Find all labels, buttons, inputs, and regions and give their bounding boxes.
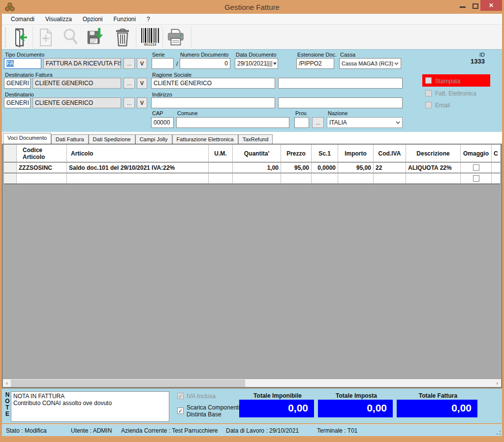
cap-input[interactable]: 00000 [151,117,174,128]
empty-cell[interactable] [374,173,406,184]
maximize-button[interactable] [472,3,478,9]
empty-cell[interactable] [312,173,338,184]
scroll-right-arrow[interactable]: › [493,379,501,387]
cell-sc1[interactable]: 0,0000 [312,162,338,173]
nazione-select[interactable]: ITALIA [327,117,403,128]
destinatario-fattura-browse-button[interactable]: ... [124,78,135,89]
col-header-prezzo[interactable]: Prezzo [281,145,312,162]
omaggio-checkbox[interactable] [473,175,479,182]
col-header-descrizione[interactable]: Descrizione [406,145,461,162]
iva-inclusa-label: IVA Inclusa [187,393,216,400]
search-button[interactable] [60,27,81,48]
prov-input[interactable] [294,117,309,128]
status-data-lavoro: Data di Lavoro : 29/10/2021 [226,427,299,434]
empty-cell[interactable] [17,173,67,184]
row-selector[interactable] [4,173,17,184]
indirizzo-2-input[interactable] [278,97,403,108]
menu-funzioni[interactable]: Funzioni [114,16,136,23]
totale-imponibile-label: Totale Imponibile [239,392,316,399]
cell-um[interactable] [209,162,233,173]
cell-codice[interactable]: ZZZSOSINC [17,162,67,173]
destinatario-fattura-v-button[interactable]: V [137,78,147,89]
col-header-omaggio[interactable]: Omaggio [461,145,492,162]
empty-cell[interactable] [338,173,374,184]
tab-dati-spedizione[interactable]: Dati Spedizione [89,134,135,144]
cell-descrizione[interactable]: ALIQUOTA 22% [406,162,461,173]
cell-quantita[interactable]: 1,00 [233,162,281,173]
row-selector[interactable] [4,162,17,173]
horizontal-scrollbar[interactable]: ‹ › [3,379,501,387]
resize-grip[interactable] [496,430,501,435]
destinatario-code-input[interactable]: GENERI [4,97,31,108]
cell-codiva[interactable]: 22 [374,162,406,173]
indirizzo-input[interactable] [151,97,275,108]
col-header-sc1[interactable]: Sc.1 [312,145,338,162]
empty-cell[interactable] [233,173,281,184]
menu-comandi[interactable]: Comandi [11,16,34,23]
tab-voci-documento[interactable]: Voci Documento [3,133,51,144]
serie-input[interactable] [152,58,174,69]
col-header-quantita[interactable]: Quantita' [233,145,281,162]
iva-inclusa-checkbox[interactable]: ✓ [177,393,184,399]
tipo-documento-v-button[interactable]: V [137,58,147,69]
menu-opzioni[interactable]: Opzioni [83,16,103,23]
barcode-button[interactable]: 001234 [139,27,161,48]
data-documento-input[interactable]: 29/10/2021 [235,58,278,69]
ragione-sociale-2-input[interactable] [278,78,403,89]
col-header-codiva[interactable]: Cod.IVA [374,145,406,162]
delete-button[interactable] [112,27,133,48]
col-header-importo[interactable]: Importo [338,145,374,162]
status-bar: Stato : Modifica Utente : ADMIN Azienda … [2,424,502,436]
omaggio-checkbox[interactable] [473,164,479,171]
col-header-c-partial[interactable]: C [492,145,501,162]
numero-documento-label: Numero Documento [180,52,228,58]
tab-dati-fattura[interactable]: Dati Fattura [51,134,88,144]
destinatario-fattura-code-input[interactable]: GENERI [4,78,31,89]
destinatario-fattura-descr: CLIENTE GENERICO [32,78,121,89]
menu-visualizza[interactable]: Visualizza [45,16,72,23]
col-header-um[interactable]: U.M. [209,145,233,162]
minimize-button[interactable] [460,6,466,8]
estensione-doc-input[interactable]: /PIPPO2 [296,58,334,69]
fatt-elettronica-checkbox[interactable] [425,90,432,96]
ragione-sociale-input[interactable]: CLIENTE GENERICO [151,78,275,89]
cell-prezzo[interactable]: 95,00 [281,162,312,173]
menu-help[interactable]: ? [147,16,150,23]
empty-cell[interactable] [461,173,492,184]
empty-cell[interactable] [281,173,312,184]
tab-campi-jolly[interactable]: Campi Jolly [135,134,172,144]
destinatario-browse-button[interactable]: ... [124,97,135,108]
tipo-documento-browse-button[interactable]: ... [124,58,135,69]
title-bar: Gestione Fatture ✕ [0,0,504,14]
calendar-icon[interactable] [267,61,277,66]
numero-documento-input[interactable]: 0 [180,58,230,69]
scrollbar-thumb[interactable] [11,379,245,387]
scarica-componenti-checkbox[interactable]: ✓ [177,408,184,414]
tab-taxrefund[interactable]: TaxRefund [238,134,273,144]
exit-button[interactable] [9,27,30,48]
scroll-left-arrow[interactable]: ‹ [3,379,11,387]
new-document-button[interactable] [35,27,56,48]
comune-browse-button[interactable]: ... [312,117,324,128]
destinatario-v-button[interactable]: V [137,97,147,108]
tipo-documento-input[interactable]: FA [4,58,41,69]
close-button[interactable]: ✕ [480,0,502,11]
print-button[interactable] [165,27,186,48]
tab-fatturazione-elettronica[interactable]: Fatturazione Elettronica [172,134,238,144]
totals-panel: NO TE NOTA IN FATTURA Contributo CONAI a… [2,388,502,423]
empty-cell[interactable] [406,173,461,184]
cell-importo[interactable]: 95,00 [338,162,374,173]
save-button[interactable] [85,27,105,48]
cell-articolo[interactable]: Saldo doc.101 del 29/10/2021 IVA:22% [67,162,209,173]
cassa-select[interactable]: Cassa MAGA3 (RC3) [339,58,401,69]
comune-input[interactable] [176,117,289,128]
cell-omaggio[interactable] [461,162,492,173]
stampata-checkbox[interactable] [425,77,432,84]
empty-cell[interactable] [67,173,209,184]
empty-cell[interactable] [209,173,233,184]
email-checkbox[interactable] [425,102,432,108]
notes-textarea[interactable]: NOTA IN FATTURA Contributo CONAI assolto… [11,391,169,422]
col-header-articolo[interactable]: Articolo [67,145,209,162]
col-header-codice-articolo[interactable]: Codice Articolo [17,145,67,162]
nazione-label: Nazione [328,110,347,116]
